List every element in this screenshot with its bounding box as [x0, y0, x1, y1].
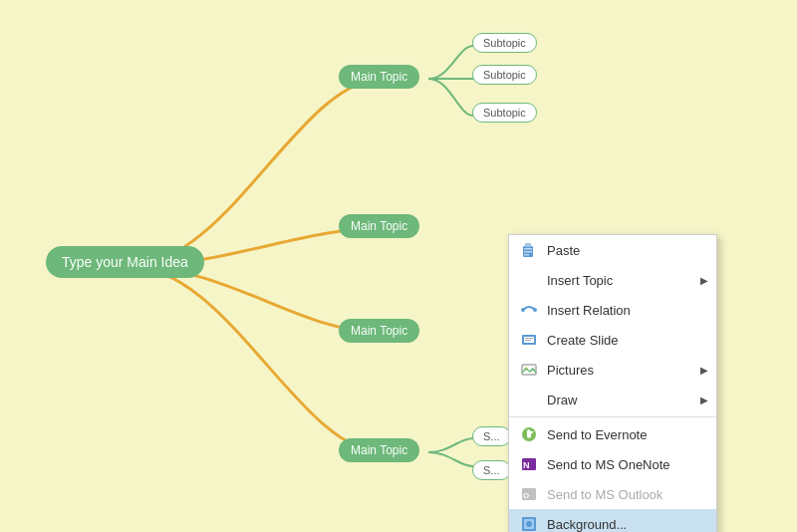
svg-rect-11 — [525, 340, 531, 341]
context-menu-background[interactable]: Background... — [509, 509, 716, 532]
svg-rect-5 — [524, 254, 529, 256]
pictures-icon — [519, 360, 539, 380]
separator-1 — [509, 416, 716, 417]
main-topic-4[interactable]: Main Topic — [339, 438, 419, 462]
topic-icon — [519, 270, 539, 290]
paste-icon — [519, 240, 539, 260]
onenote-icon: N — [519, 454, 539, 474]
svg-rect-10 — [525, 338, 533, 339]
svg-rect-2 — [525, 243, 531, 247]
insert-topic-arrow: ▶ — [700, 275, 708, 286]
outlook-icon: O — [519, 484, 539, 504]
context-menu-paste[interactable]: Paste — [509, 235, 716, 265]
context-menu-insert-topic[interactable]: Insert Topic ▶ — [509, 265, 716, 295]
main-topic-3[interactable]: Main Topic — [339, 319, 419, 343]
pictures-label: Pictures — [547, 363, 594, 378]
subtopic-5[interactable]: S... — [472, 460, 511, 480]
svg-point-21 — [526, 521, 532, 527]
svg-text:N: N — [523, 460, 530, 470]
subtopic-2[interactable]: Subtopic — [472, 65, 537, 85]
subtopic-1[interactable]: Subtopic — [472, 33, 537, 53]
send-evernote-label: Send to Evernote — [547, 427, 647, 442]
paste-label: Paste — [547, 243, 580, 258]
draw-arrow: ▶ — [700, 395, 708, 405]
svg-point-6 — [521, 308, 525, 312]
context-menu-send-outlook[interactable]: O Send to MS Outlook — [509, 479, 716, 509]
main-topic-1[interactable]: Main Topic — [339, 65, 419, 89]
svg-rect-4 — [524, 251, 532, 253]
insert-relation-label: Insert Relation — [547, 303, 631, 318]
context-menu-create-slide[interactable]: Create Slide — [509, 325, 716, 355]
relation-icon — [519, 300, 539, 320]
context-menu: Paste Insert Topic ▶ Insert Relation C — [508, 234, 717, 532]
create-slide-label: Create Slide — [547, 333, 619, 348]
context-menu-pictures[interactable]: Pictures ▶ — [509, 355, 716, 385]
subtopic-4[interactable]: S... — [472, 426, 511, 446]
main-topic-3-label: Main Topic — [351, 324, 407, 338]
svg-rect-3 — [524, 248, 532, 250]
background-icon — [519, 514, 539, 532]
draw-icon — [519, 390, 539, 409]
context-menu-insert-relation[interactable]: Insert Relation — [509, 295, 716, 325]
central-node-label: Type your Main Idea — [62, 254, 188, 270]
draw-label: Draw — [547, 393, 577, 407]
context-menu-send-onenote[interactable]: N Send to MS OneNote — [509, 449, 716, 479]
send-outlook-label: Send to MS Outlook — [547, 487, 663, 502]
evernote-icon — [519, 424, 539, 444]
pictures-arrow: ▶ — [700, 365, 708, 376]
main-topic-4-label: Main Topic — [351, 443, 407, 457]
svg-text:O: O — [523, 491, 529, 500]
background-label: Background... — [547, 517, 627, 532]
main-topic-1-label: Main Topic — [351, 70, 407, 84]
send-onenote-label: Send to MS OneNote — [547, 457, 670, 472]
context-menu-draw[interactable]: Draw ▶ — [509, 385, 716, 414]
subtopic-3[interactable]: Subtopic — [472, 103, 537, 123]
main-topic-2[interactable]: Main Topic — [339, 214, 419, 238]
slide-icon — [519, 330, 539, 350]
central-node[interactable]: Type your Main Idea — [46, 246, 204, 278]
insert-topic-label: Insert Topic — [547, 273, 613, 288]
svg-point-7 — [533, 308, 537, 312]
context-menu-send-evernote[interactable]: Send to Evernote — [509, 419, 716, 449]
main-topic-2-label: Main Topic — [351, 219, 407, 233]
